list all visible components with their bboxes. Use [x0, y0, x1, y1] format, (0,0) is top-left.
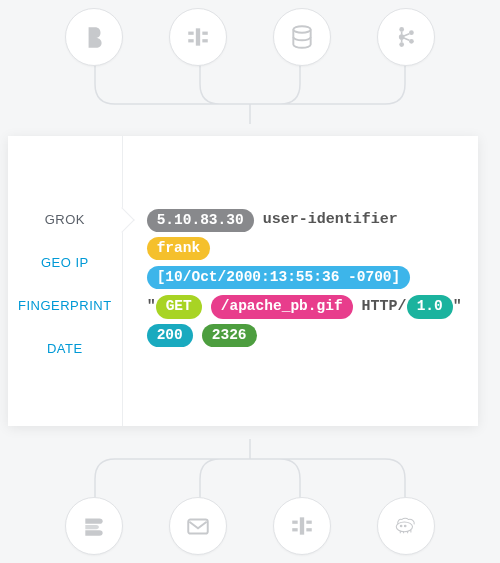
svg-rect-16 [306, 528, 311, 531]
svg-rect-2 [188, 39, 193, 42]
svg-rect-11 [188, 520, 208, 534]
field-status: 200 [147, 324, 193, 347]
svg-point-10 [409, 39, 414, 44]
svg-point-5 [293, 26, 310, 33]
http-label: HTTP/ [362, 293, 407, 322]
svg-point-18 [400, 525, 402, 527]
bottom-connector [80, 439, 420, 499]
svg-point-6 [399, 27, 404, 32]
svg-rect-13 [292, 521, 297, 524]
network-output-icon[interactable] [273, 497, 331, 555]
svg-rect-0 [196, 28, 200, 45]
database-icon[interactable] [273, 8, 331, 66]
quote-open: " [147, 293, 156, 322]
field-identity: user-identifier [263, 206, 398, 235]
svg-point-19 [404, 525, 406, 527]
svg-point-8 [399, 42, 404, 47]
svg-rect-1 [188, 32, 193, 35]
tab-fingerprint[interactable]: FINGERPRINT [8, 284, 122, 327]
field-method: GET [156, 295, 202, 318]
field-ip: 5.10.83.30 [147, 209, 254, 232]
hadoop-icon[interactable] [377, 497, 435, 555]
kafka-icon[interactable] [377, 8, 435, 66]
svg-point-9 [409, 30, 414, 35]
svg-rect-12 [300, 517, 304, 534]
top-connector [80, 64, 420, 124]
field-http-version: 1.0 [407, 295, 453, 318]
beats-icon[interactable] [65, 8, 123, 66]
email-icon[interactable] [169, 497, 227, 555]
field-path: /apache_pb.gif [211, 295, 353, 318]
network-icon[interactable] [169, 8, 227, 66]
tab-grok[interactable]: GROK [8, 198, 122, 241]
svg-rect-14 [292, 528, 297, 531]
field-bytes: 2326 [202, 324, 257, 347]
field-timestamp: [10/Oct/2000:13:55:36 -0700] [147, 266, 411, 289]
quote-close: " [453, 293, 462, 322]
svg-rect-4 [202, 39, 207, 42]
output-icon-row [0, 497, 500, 555]
tab-date[interactable]: DATE [8, 327, 122, 370]
svg-rect-15 [306, 521, 311, 524]
log-preview: 5.10.83.30 user-identifier frank [10/Oct… [123, 136, 480, 426]
field-user: frank [147, 237, 211, 260]
filter-tabs-sidebar: GROK GEO IP FINGERPRINT DATE [8, 136, 123, 426]
svg-point-7 [399, 34, 405, 40]
filter-card: GROK GEO IP FINGERPRINT DATE 5.10.83.30 … [8, 136, 478, 426]
source-icon-row [0, 0, 500, 66]
elasticsearch-icon[interactable] [65, 497, 123, 555]
svg-rect-3 [202, 32, 207, 35]
tab-geoip[interactable]: GEO IP [8, 241, 122, 284]
